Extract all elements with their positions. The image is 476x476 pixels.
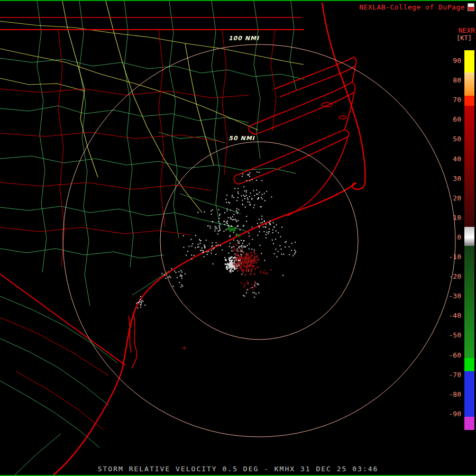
colorbar-tick-label: -80 [440, 391, 461, 398]
colorbar-tick-label: 0 [440, 234, 461, 241]
colorbar-tick-label: 80 [440, 77, 461, 84]
colorbar-tick-label: -60 [440, 352, 461, 359]
colorbar-tick-label: 30 [440, 175, 461, 182]
status-line: STORM RELATIVE VELOCITY 0.5 DEG - KMHX 3… [0, 465, 476, 473]
top-border [0, 0, 476, 1]
range-ring-100nmi [63, 44, 455, 437]
colorbar-tick-label: -20 [440, 273, 461, 280]
radar-display: NEXLAB-College of DuPage NEXR [KT] 90807… [0, 0, 476, 476]
colorbar-tick-label: 70 [440, 96, 461, 104]
colorbar-tick-label: -10 [440, 253, 461, 261]
colorbar-tick-label: 10 [440, 214, 461, 222]
range-rings [63, 44, 455, 437]
coastline-layer [0, 3, 365, 476]
colorbar-tick-label: 90 [440, 57, 461, 65]
cod-logo-icon [468, 3, 474, 11]
colorbar-tick-label: -30 [440, 292, 461, 300]
colorbar-gradient [464, 50, 474, 430]
colorbar-tick-label: -90 [440, 410, 461, 418]
header: NEXLAB-College of DuPage [359, 3, 474, 11]
radar-echoes-layer [136, 171, 296, 350]
colorbar-tick-label: -70 [440, 371, 461, 379]
radar-map [0, 0, 476, 476]
colorbar-product-label: NEXR [459, 26, 475, 34]
county-lines-layer [0, 1, 304, 475]
colorbar-tick-label: -50 [440, 332, 461, 339]
colorbar-tick-label: 50 [440, 135, 461, 143]
range-ring-50nmi [160, 142, 358, 340]
colorbar-tick-label: 60 [440, 116, 461, 123]
colorbar-units-label: [KT] [456, 34, 472, 42]
range-ring-label-100nmi: 100 NMI [215, 35, 273, 42]
colorbar-ticks: 9080706050403020100-10-20-30-40-50-60-70… [440, 57, 461, 427]
colorbar-tick-label: 40 [440, 155, 461, 163]
colorbar-tick-label: 20 [440, 195, 461, 202]
brand-text: NEXLAB-College of DuPage [359, 3, 465, 11]
range-ring-label-50nmi: 50 NMI [213, 135, 271, 142]
colorbar-tick-label: -40 [440, 312, 461, 319]
